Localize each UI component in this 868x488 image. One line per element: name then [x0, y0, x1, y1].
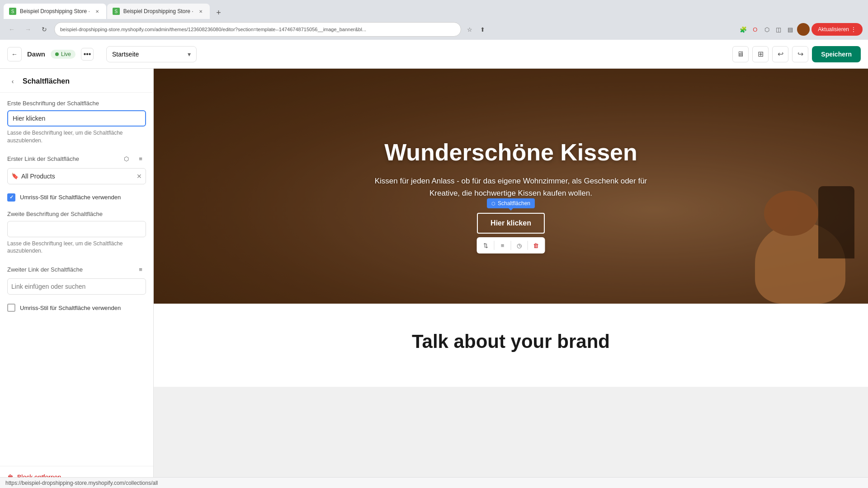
sidebar-content: Erste Beschriftung der Schaltfläche Lass…	[0, 93, 153, 466]
toolbar-divider-1	[494, 241, 494, 250]
share-icon[interactable]: ⬆	[477, 24, 487, 34]
second-link-group: Zweiter Link der Schaltfläche ≡	[7, 264, 146, 295]
toolbar-delete-btn[interactable]: 🗑	[529, 239, 542, 252]
more-options-button[interactable]: •••	[81, 48, 94, 61]
hero-subtitle-text: Kissen für jeden Anlass - ob für das eig…	[375, 177, 647, 197]
chevron-down-icon: ▾	[188, 51, 191, 58]
theme-name: Dawn	[27, 50, 45, 58]
toolbar-align-btn[interactable]: ≡	[496, 239, 509, 252]
hero-subtitle: Kissen für jeden Anlass - ob für das eig…	[362, 175, 660, 199]
hero-btn-toolbar: ⇅ ≡ ◷ 🗑	[476, 237, 545, 253]
more-icon: •••	[84, 50, 91, 58]
first-button-label-heading: Erste Beschriftung der Schaltfläche	[7, 100, 146, 107]
preview-scroll[interactable]: Wunderschöne Kissen Kissen für jeden Anl…	[154, 69, 868, 488]
tab-2-title: Beispiel Dropshipping Store ·	[123, 8, 193, 14]
first-link-heading: Erster Link der Schaltfläche	[7, 155, 79, 162]
first-button-label-hint: Lasse die Beschriftung leer, um die Scha…	[7, 129, 146, 145]
device-preview-button[interactable]: 🖥	[732, 46, 749, 62]
tab-2-close[interactable]: ✕	[197, 8, 204, 15]
second-link-field[interactable]	[7, 278, 146, 295]
shopify-header: ← Dawn Live ••• Startseite ▾ 🖥 ⊞ ↩ ↪ Spe…	[0, 40, 868, 69]
tab-2[interactable]: S Beispiel Dropshipping Store · ✕	[107, 4, 210, 19]
live-dot	[55, 52, 59, 56]
extensions-icon[interactable]: 🧩	[738, 24, 748, 34]
second-button-label-heading: Zweite Beschriftung der Schaltfläche	[7, 211, 146, 217]
address-icons: ☆ ⬆	[465, 24, 487, 34]
redo-button[interactable]: ↪	[792, 46, 808, 62]
sidebar-back-button[interactable]: ‹	[7, 76, 18, 87]
second-button-label-input[interactable]	[7, 221, 146, 237]
hero-content: Wunderschöne Kissen Kissen für jeden Anl…	[353, 130, 669, 243]
toolbar-move-btn[interactable]: ⇅	[479, 239, 492, 252]
header-back-button[interactable]: ←	[7, 47, 22, 61]
back-nav-button[interactable]: ←	[5, 23, 18, 36]
btn-context-text: Schaltflächen	[498, 200, 530, 206]
page-selector-label: Startseite	[112, 51, 139, 58]
toolbar-divider-2	[510, 241, 511, 250]
hero-banner: Wunderschöne Kissen Kissen für jeden Anl…	[154, 69, 868, 304]
bookmark-icon[interactable]: ☆	[465, 24, 475, 34]
tab-1-close[interactable]: ✕	[94, 8, 101, 15]
first-button-label-input[interactable]	[7, 110, 146, 127]
tab-2-favicon: S	[113, 8, 120, 15]
tab-1-favicon: S	[9, 8, 16, 15]
profile-avatar[interactable]	[797, 23, 810, 36]
address-text: beispiel-dropshipping-store.myshopify.co…	[60, 27, 366, 32]
grid-icon-button[interactable]: ⊞	[752, 46, 769, 62]
plugin-icon[interactable]: ⬡	[762, 24, 772, 34]
checkbox2[interactable]	[7, 304, 15, 312]
forward-nav-button[interactable]: →	[22, 23, 34, 36]
sidebar: ‹ Schaltflächen Erste Beschriftung der S…	[0, 69, 154, 488]
live-badge: Live	[51, 50, 75, 59]
header-right-actions: 🖥 ⊞ ↩ ↪ Speichern	[732, 46, 861, 62]
first-button-label-group: Erste Beschriftung der Schaltfläche Lass…	[7, 100, 146, 145]
second-button-label-hint: Lasse die Beschriftung leer, um die Scha…	[7, 240, 146, 255]
tab-bar: S Beispiel Dropshipping Store · ✕ S Beis…	[0, 0, 868, 19]
checkbox2-label: Umriss-Stil für Schaltfläche verwenden	[20, 305, 121, 311]
main-layout: ‹ Schaltflächen Erste Beschriftung der S…	[0, 69, 868, 488]
hero-btn-context-label: ⬡ Schaltflächen	[487, 198, 535, 208]
undo-button[interactable]: ↩	[772, 46, 788, 62]
sidebar-header: ‹ Schaltflächen	[0, 69, 153, 93]
hero-btn-label: Hier klicken	[491, 219, 531, 227]
second-button-label-group: Zweite Beschriftung der Schaltfläche Las…	[7, 211, 146, 255]
checkbox1-group: ✓ Umriss-Stil für Schaltfläche verwenden	[7, 193, 146, 202]
save-button[interactable]: Speichern	[812, 46, 861, 62]
link-stack-icon[interactable]: ≡	[135, 154, 146, 164]
menu-icon[interactable]: ▤	[785, 24, 795, 34]
brand-section-title: Talk about your brand	[172, 331, 850, 352]
checkbox1-check: ✓	[9, 194, 14, 200]
link-external-icon[interactable]: ⬡	[121, 154, 132, 164]
hero-title: Wunderschöne Kissen	[362, 139, 660, 166]
page-selector[interactable]: Startseite ▾	[106, 46, 197, 62]
second-link-stack-icon[interactable]: ≡	[135, 264, 146, 275]
aktualisieren-label: Aktualisieren	[818, 26, 849, 33]
tab-1[interactable]: S Beispiel Dropshipping Store · ✕	[4, 4, 106, 19]
new-tab-button[interactable]: +	[212, 6, 225, 19]
first-link-clear-button[interactable]: ✕	[137, 173, 142, 180]
sidebar-title: Schaltflächen	[23, 77, 70, 85]
checkbox1-label: Umriss-Stil für Schaltfläche verwenden	[20, 194, 121, 201]
tab-1-title: Beispiel Dropshipping Store ·	[20, 8, 90, 14]
below-banner: Talk about your brand	[154, 304, 868, 387]
address-input[interactable]: beispiel-dropshipping-store.myshopify.co…	[54, 22, 461, 37]
wallet-icon[interactable]: ◫	[774, 24, 783, 34]
aktualisieren-icon: ⋮	[851, 26, 856, 33]
checkbox1[interactable]: ✓	[7, 193, 15, 202]
checkbox2-group: Umriss-Stil für Schaltfläche verwenden	[7, 304, 146, 312]
first-link-group: Erster Link der Schaltfläche ⬡ ≡ 🔖 All P…	[7, 154, 146, 184]
second-link-heading: Zweiter Link der Schaltfläche	[7, 266, 83, 273]
toolbar-style-btn[interactable]: ◷	[513, 239, 525, 252]
first-link-field[interactable]: 🔖 All Products ✕	[7, 168, 146, 184]
reload-nav-button[interactable]: ↻	[38, 23, 51, 36]
status-bar: https://beispiel-dropshipping-store.mysh…	[0, 477, 868, 488]
second-link-input[interactable]	[11, 283, 142, 290]
live-label: Live	[61, 51, 71, 57]
hero-button-container[interactable]: ⬡ Schaltflächen Hier klicken ⇅ ≡ ◷	[477, 213, 545, 234]
preview-area: Wunderschöne Kissen Kissen für jeden Anl…	[154, 69, 868, 488]
opera-icon[interactable]: O	[750, 24, 760, 34]
hero-button[interactable]: Hier klicken	[477, 213, 545, 234]
status-url: https://beispiel-dropshipping-store.mysh…	[5, 480, 158, 486]
aktualisieren-button[interactable]: Aktualisieren ⋮	[811, 23, 863, 36]
browser-chrome: S Beispiel Dropshipping Store · ✕ S Beis…	[0, 0, 868, 40]
